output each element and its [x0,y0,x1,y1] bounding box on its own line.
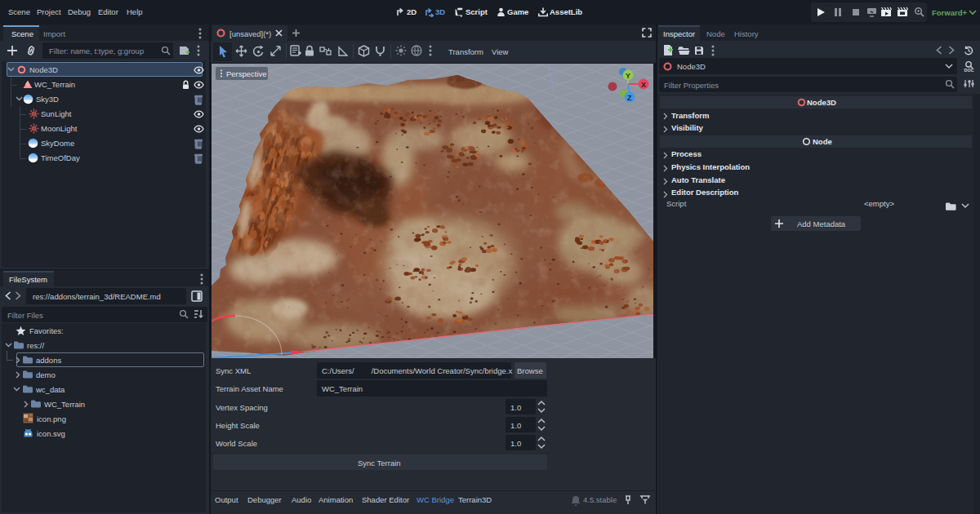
svg-text:Perspective: Perspective [226,69,267,78]
svg-text:Y: Y [626,72,630,80]
svg-text:Z: Z [627,94,632,102]
svg-text:X: X [641,81,646,89]
svg-text:DOC: DOC [964,68,974,73]
